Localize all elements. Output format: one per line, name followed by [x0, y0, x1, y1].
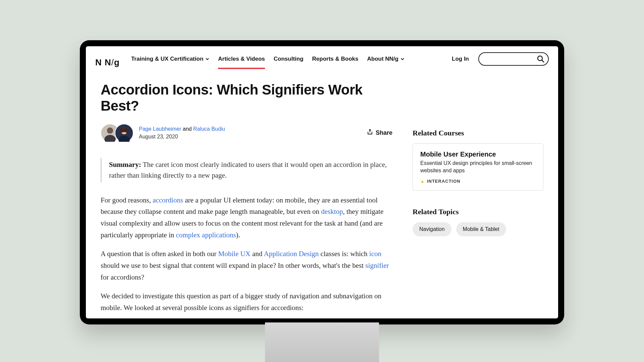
body-text: A question that is often asked in both o… [101, 250, 218, 258]
main-nav: Training & UX Certification Articles & V… [131, 56, 405, 69]
nav-consulting-label: Consulting [274, 56, 304, 62]
link-accordions[interactable]: accordions [153, 196, 183, 204]
course-card[interactable]: Mobile User Experience Essential UX desi… [413, 143, 543, 191]
share-icon [367, 129, 373, 137]
search-wrap [478, 52, 549, 72]
byline-row: Page Laubheimer and Raluca Budiu August … [101, 124, 392, 142]
summary-text: The caret icon most clearly indicated to… [109, 161, 387, 180]
link-desktop[interactable]: desktop [321, 207, 343, 216]
related-topics-heading: Related Topics [413, 207, 543, 216]
avatar [115, 124, 133, 142]
topic-pill-mobile[interactable]: Mobile & Tablet [456, 222, 506, 236]
body-text: For good reasons, [101, 196, 153, 204]
topic-pill-navigation[interactable]: Navigation [413, 222, 451, 236]
nav-about[interactable]: About NN/g [367, 56, 404, 69]
link-complex-applications[interactable]: complex applications [176, 231, 236, 239]
course-title: Mobile User Experience [420, 150, 536, 158]
search-input[interactable] [478, 52, 549, 66]
chevron-down-icon [400, 57, 405, 61]
body-text: classes is: which [319, 250, 369, 258]
nav-articles-label: Articles & Videos [218, 56, 265, 62]
nav-reports[interactable]: Reports & Books [312, 56, 359, 69]
course-tag: ▲ INTERACTION [420, 179, 536, 184]
author-link-1[interactable]: Page Laubheimer [139, 126, 181, 132]
nav-consulting[interactable]: Consulting [274, 56, 304, 69]
logo[interactable]: N N/g [95, 57, 120, 68]
sidebar: Related Courses Mobile User Experience E… [413, 82, 543, 318]
nav-training[interactable]: Training & UX Certification [131, 56, 209, 69]
nav-about-label: About NN/g [367, 56, 398, 62]
content-area: Accordion Icons: Which Signifiers Work B… [86, 72, 558, 318]
related-courses-heading: Related Courses [413, 129, 543, 137]
author-avatars [101, 124, 133, 142]
body-text: ). [236, 231, 240, 239]
link-application-design[interactable]: Application Design [264, 250, 319, 258]
svg-point-3 [107, 127, 113, 134]
monitor-stand [265, 322, 379, 362]
body-text: We decided to investigate this question … [101, 290, 392, 313]
triangle-icon: ▲ [420, 179, 425, 184]
site-header: N N/g Training & UX Certification Articl… [86, 46, 558, 72]
nav-reports-label: Reports & Books [312, 56, 359, 62]
byline: Page Laubheimer and Raluca Budiu August … [101, 124, 225, 142]
chevron-down-icon [205, 57, 209, 61]
author-link-2[interactable]: Raluca Budiu [193, 126, 225, 132]
summary-label: Summary: [109, 161, 141, 169]
share-label: Share [376, 129, 392, 136]
nav-articles[interactable]: Articles & Videos [218, 56, 265, 69]
publish-date: August 23, 2020 [139, 133, 225, 140]
author-join: and [181, 126, 193, 132]
page-title: Accordion Icons: Which Signifiers Work B… [101, 82, 392, 114]
body-text: and [251, 250, 264, 258]
browser-viewport: N N/g Training & UX Certification Articl… [86, 46, 558, 318]
body-text: for accordions? [101, 273, 144, 281]
share-button[interactable]: Share [367, 129, 392, 137]
monitor-frame: N N/g Training & UX Certification Articl… [80, 40, 564, 324]
article-main: Accordion Icons: Which Signifiers Work B… [101, 82, 392, 318]
topic-pills: Navigation Mobile & Tablet [413, 222, 543, 236]
login-link[interactable]: Log In [452, 56, 469, 69]
link-signifier[interactable]: signifier [365, 261, 389, 269]
link-icon[interactable]: icon [369, 250, 381, 258]
nav-training-label: Training & UX Certification [131, 56, 203, 62]
body-text: should we use to best signal that conten… [101, 261, 365, 269]
author-meta: Page Laubheimer and Raluca Budiu August … [139, 125, 225, 140]
course-description: Essential UX design principles for small… [420, 160, 536, 174]
article-body: For good reasons, accordions are a popul… [101, 194, 392, 314]
link-mobile-ux[interactable]: Mobile UX [218, 250, 251, 258]
article-summary: Summary: The caret icon most clearly ind… [101, 158, 392, 182]
course-tag-label: INTERACTION [427, 179, 461, 184]
